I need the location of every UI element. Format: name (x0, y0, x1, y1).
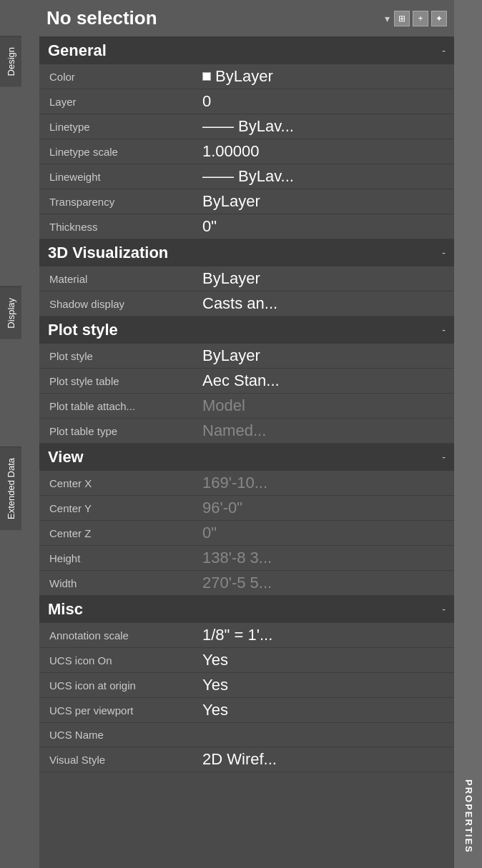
icon-grid[interactable]: ⊞ (394, 11, 410, 26)
misc-collapse[interactable]: - (442, 604, 446, 615)
prop-value-ucs-icon-on: Yes (197, 648, 454, 672)
prop-row-ucs-icon-on[interactable]: UCS icon On Yes (39, 648, 454, 673)
prop-row-plot-table-attach[interactable]: Plot table attach... Model (39, 394, 454, 419)
prop-value-ucs-icon-origin: Yes (197, 673, 454, 697)
dropdown-arrow[interactable]: ▾ (385, 13, 390, 24)
prop-value-transparency: ByLayer (197, 189, 454, 214)
prop-label-transparency: Transparency (39, 192, 197, 211)
prop-label-ucs-icon-origin: UCS icon at origin (39, 676, 197, 695)
prop-row-center-y[interactable]: Center Y 96'-0" (39, 496, 454, 521)
prop-label-plot-table-type: Plot table type (39, 421, 197, 441)
plotstyle-title: Plot style (48, 321, 118, 339)
viz3d-section-header[interactable]: 3D Visualization - (39, 239, 454, 266)
prop-row-center-x[interactable]: Center X 169'-10... (39, 471, 454, 496)
prop-label-plot-style: Plot style (39, 346, 197, 366)
prop-label-visual-style: Visual Style (39, 750, 197, 769)
prop-label-center-y: Center Y (39, 499, 197, 518)
prop-row-thickness[interactable]: Thickness 0" (39, 214, 454, 239)
top-bar-icons: ⊞ + ✦ (394, 11, 447, 26)
prop-row-visual-style[interactable]: Visual Style 2D Wiref... (39, 747, 454, 772)
prop-value-material: ByLayer (197, 266, 454, 291)
prop-row-linetype-scale[interactable]: Linetype scale 1.00000 (39, 139, 454, 164)
prop-row-ucs-icon-origin[interactable]: UCS icon at origin Yes (39, 673, 454, 698)
prop-row-ucs-name[interactable]: UCS Name (39, 723, 454, 747)
prop-row-ucs-per-viewport[interactable]: UCS per viewport Yes (39, 698, 454, 723)
prop-value-ucs-per-viewport: Yes (197, 698, 454, 722)
view-collapse[interactable]: - (442, 452, 446, 463)
left-sidebar: Design Display Extended Data (0, 0, 39, 868)
view-title: View (48, 448, 84, 467)
right-panel-label: PROPERTIES (463, 779, 474, 868)
prop-value-height: 138'-8 3... (197, 546, 454, 570)
prop-value-plot-table-attach: Model (197, 394, 454, 418)
prop-row-width[interactable]: Width 270'-5 5... (39, 571, 454, 596)
prop-label-color: Color (39, 67, 197, 86)
prop-value-linetype: —— ByLav... (197, 114, 454, 139)
prop-value-center-y: 96'-0" (197, 496, 454, 520)
prop-row-material[interactable]: Material ByLayer (39, 266, 454, 291)
misc-section-header[interactable]: Misc - (39, 596, 454, 623)
general-section-header[interactable]: General - (39, 37, 454, 64)
prop-row-lineweight[interactable]: Lineweight —— ByLav... (39, 164, 454, 189)
misc-title: Misc (48, 600, 83, 619)
prop-value-plot-style: ByLayer (197, 344, 454, 368)
sidebar-tab-display[interactable]: Display (0, 286, 21, 339)
prop-label-ucs-per-viewport: UCS per viewport (39, 701, 197, 720)
prop-row-shadow[interactable]: Shadow display Casts an... (39, 291, 454, 316)
general-title: General (48, 41, 107, 60)
prop-value-layer: 0 (197, 89, 454, 114)
prop-label-plot-table-attach: Plot table attach... (39, 396, 197, 416)
prop-value-center-x: 169'-10... (197, 471, 454, 495)
prop-row-linetype[interactable]: Linetype —— ByLav... (39, 114, 454, 139)
sidebar-tab-extended[interactable]: Extended Data (0, 447, 21, 530)
prop-value-annotation-scale: 1/8" = 1'... (197, 623, 454, 647)
prop-value-plot-style-table: Aec Stan... (197, 369, 454, 393)
main-panel: No selection ▾ ⊞ + ✦ General - Color ByL… (39, 0, 454, 868)
prop-row-center-z[interactable]: Center Z 0" (39, 521, 454, 546)
color-swatch (202, 72, 211, 81)
prop-value-shadow: Casts an... (197, 291, 454, 316)
prop-row-annotation-scale[interactable]: Annotation scale 1/8" = 1'... (39, 623, 454, 648)
prop-value-center-z: 0" (197, 521, 454, 545)
prop-label-center-z: Center Z (39, 524, 197, 543)
icon-add[interactable]: + (413, 11, 428, 26)
prop-label-ucs-icon-on: UCS icon On (39, 651, 197, 670)
prop-label-linetype: Linetype (39, 117, 197, 136)
viz3d-collapse[interactable]: - (442, 247, 446, 259)
plotstyle-collapse[interactable]: - (442, 324, 446, 336)
viz3d-title: 3D Visualization (48, 244, 168, 262)
prop-row-plot-style-table[interactable]: Plot style table Aec Stan... (39, 369, 454, 394)
prop-label-linetype-scale: Linetype scale (39, 142, 197, 161)
prop-row-plot-table-type[interactable]: Plot table type Named... (39, 419, 454, 444)
icon-star[interactable]: ✦ (431, 11, 447, 26)
prop-value-lineweight: —— ByLav... (197, 164, 454, 189)
plotstyle-section-header[interactable]: Plot style - (39, 316, 454, 344)
general-collapse[interactable]: - (442, 45, 446, 56)
prop-value-linetype-scale: 1.00000 (197, 139, 454, 164)
prop-label-ucs-name: UCS Name (39, 725, 197, 744)
right-sidebar: PROPERTIES (455, 0, 482, 868)
prop-label-width: Width (39, 574, 197, 593)
prop-value-ucs-name (197, 732, 454, 738)
prop-label-lineweight: Lineweight (39, 167, 197, 186)
prop-label-layer: Layer (39, 92, 197, 111)
prop-label-center-x: Center X (39, 474, 197, 493)
sidebar-tab-design[interactable]: Design (0, 36, 21, 86)
prop-value-thickness: 0" (197, 214, 454, 239)
prop-row-color[interactable]: Color ByLayer (39, 64, 454, 89)
prop-value-width: 270'-5 5... (197, 571, 454, 595)
prop-label-annotation-scale: Annotation scale (39, 626, 197, 645)
prop-value-plot-table-type: Named... (197, 419, 454, 443)
prop-row-transparency[interactable]: Transparency ByLayer (39, 189, 454, 214)
prop-row-plot-style[interactable]: Plot style ByLayer (39, 344, 454, 369)
prop-label-plot-style-table: Plot style table (39, 371, 197, 391)
prop-label-shadow: Shadow display (39, 294, 197, 314)
selection-title: No selection (46, 7, 385, 29)
prop-label-height: Height (39, 549, 197, 568)
prop-row-layer[interactable]: Layer 0 (39, 89, 454, 114)
top-bar: No selection ▾ ⊞ + ✦ (39, 0, 454, 37)
prop-row-height[interactable]: Height 138'-8 3... (39, 546, 454, 571)
prop-value-visual-style: 2D Wiref... (197, 747, 454, 772)
prop-label-thickness: Thickness (39, 217, 197, 236)
view-section-header[interactable]: View - (39, 444, 454, 471)
